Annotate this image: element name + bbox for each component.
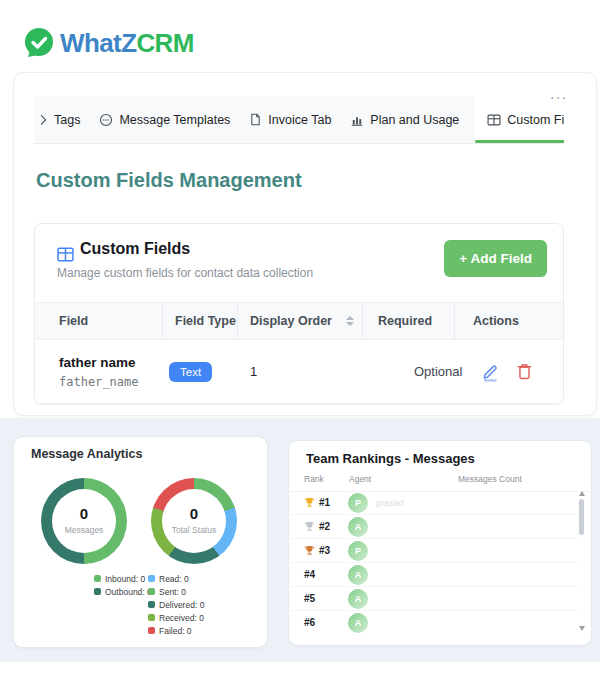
ranking-row: #6 A [289,611,577,634]
actions-cell [454,362,563,382]
agent-avatar: A [348,613,368,633]
required-cell: Optional [362,364,454,379]
trash-icon [515,362,534,381]
ranking-row: #2 A [289,515,577,539]
agent-name: prasad [376,498,404,508]
legend-item: Delivered: 0 [148,598,204,611]
legend-swatch [148,575,155,582]
trophy-bronze-icon [304,545,315,556]
field-name: father name [59,355,162,370]
tag-icon [41,113,48,127]
analytics-title: Message Analytics [31,447,142,461]
legend-swatch [148,627,155,634]
rank-label: #5 [304,593,315,604]
app-screen: WhatZCRM ... Tags [0,0,600,700]
bar-chart-icon [350,113,364,127]
tab-label: Plan and Usage [370,113,459,127]
tab-overflow-indicator[interactable]: ... [550,87,568,101]
grid-icon-blue [57,246,74,267]
column-header-field: Field [59,303,162,339]
rankings-header-row: Rank Agent Messages Count [289,471,591,492]
brand-logo: WhatZCRM [22,26,194,60]
settings-panel: ... Tags [13,72,597,416]
column-header-actions: Actions [454,303,563,339]
tab-plan-and-usage[interactable]: Plan and Usage [347,96,462,143]
legend-swatch [94,575,101,582]
message-icon [99,113,113,127]
card-subtitle: Manage custom fields for contact data co… [57,266,313,280]
ranking-row: #5 A [289,587,577,611]
status-donut-chart: 0 Total Status [151,478,237,564]
custom-fields-table: Field Field Type Display Order Required … [35,302,563,404]
ranking-row: #1 P prasad [289,491,577,515]
donut-center-value: 0 [151,505,237,522]
messages-donut-chart: 0 Messages [41,478,127,564]
agent-avatar: P [348,493,368,513]
agent-avatar: P [348,541,368,561]
edit-button[interactable] [480,362,500,382]
column-header-rank: Rank [304,474,324,484]
tab-bar: Tags Message Templates [34,96,564,144]
rankings-title: Team Rankings - Messages [306,451,475,466]
legend-item: Outbound: 0 [94,585,152,598]
delete-button[interactable] [515,362,534,381]
legend-swatch [94,588,101,595]
field-key: father_name [59,375,162,389]
legend-item: Read: 0 [148,572,204,585]
tab-message-templates[interactable]: Message Templates [96,96,233,143]
column-header-count: Messages Count [458,474,522,484]
legend-swatch [148,588,155,595]
legend-item: Sent: 0 [148,585,204,598]
add-field-button[interactable]: + Add Field [444,240,547,277]
sort-icon[interactable] [346,316,354,326]
legend-swatch [148,601,155,608]
trophy-silver-icon [304,521,315,532]
scrollbar-thumb[interactable] [579,499,584,535]
check-chat-bubble-icon [22,26,56,60]
agent-avatar: A [348,565,368,585]
rankings-rows: #1 P prasad [289,491,577,634]
invoice-icon [249,112,262,127]
tab-tags[interactable]: Tags [38,96,83,143]
team-rankings-card: Team Rankings - Messages Rank Agent Mess… [288,440,592,646]
table-header-row: Field Field Type Display Order Required … [35,302,563,340]
legend-item: Inbound: 0 [94,572,152,585]
tab-label: Message Templates [119,113,230,127]
rank-label: #2 [319,521,330,532]
field-type-cell: Text [162,362,237,382]
grid-icon [487,113,501,127]
donut-center-label: Total Status [151,525,237,535]
column-header-display-order: Display Order [237,303,362,339]
tab-custom-fields[interactable]: Custom Fields [475,96,564,143]
card-title: Custom Fields [80,240,190,258]
column-header-field-type: Field Type [162,303,237,339]
page-title: Custom Fields Management [36,169,302,192]
tab-invoice[interactable]: Invoice Tab [246,96,334,143]
legend-swatch [148,614,155,621]
tab-label: Tags [54,113,80,127]
rankings-scrollbar[interactable] [578,491,585,631]
pencil-icon [480,362,500,382]
agent-avatar: A [348,589,368,609]
rank-label: #3 [319,545,330,556]
type-badge: Text [169,362,212,382]
donut-center-label: Messages [41,525,127,535]
donut-center-value: 0 [41,505,127,522]
scroll-up-arrow[interactable] [579,491,585,496]
brand-name: WhatZCRM [60,26,194,60]
table-row: father name father_name Text 1 Optional [35,340,563,404]
message-analytics-card: Message Analytics 0 Messages 0 Total Sta… [13,436,268,648]
ranking-row: #3 P [289,539,577,563]
agent-avatar: A [348,517,368,537]
column-header-required: Required [362,303,454,339]
tab-label: Custom Fields [507,113,564,127]
ranking-row: #4 A [289,563,577,587]
rank-label: #6 [304,617,315,628]
scroll-down-arrow[interactable] [579,626,585,631]
rank-label: #4 [304,569,315,580]
legend-item: Received: 0 [148,611,204,624]
trophy-gold-icon [304,497,315,508]
legend-item: Failed: 0 [148,624,204,637]
legend-column-status: Read: 0 Sent: 0 Delivered: 0 Received: 0… [148,572,204,637]
display-order-cell: 1 [237,364,362,379]
